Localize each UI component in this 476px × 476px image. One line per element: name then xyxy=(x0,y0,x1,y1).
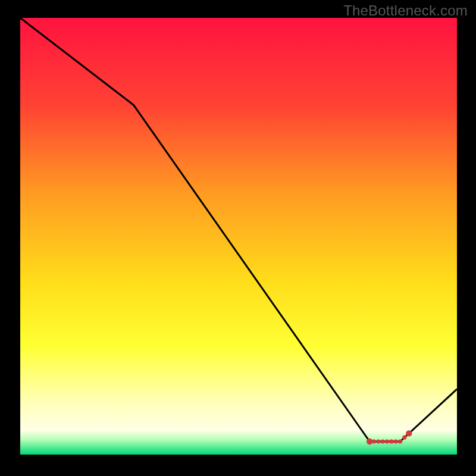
marker-dot xyxy=(406,430,412,436)
chart-container: TheBottleneck.com xyxy=(0,0,476,476)
marker-dot xyxy=(394,439,398,443)
marker-dot xyxy=(398,439,402,443)
marker-dot xyxy=(367,439,372,444)
marker-dot xyxy=(402,436,406,440)
bottleneck-chart xyxy=(0,0,476,476)
marker-dot xyxy=(381,439,385,443)
marker-dot xyxy=(372,439,376,443)
marker-dot xyxy=(376,439,380,443)
marker-dot xyxy=(385,439,389,443)
chart-gradient-bg xyxy=(20,18,457,455)
watermark-text: TheBottleneck.com xyxy=(343,2,468,19)
marker-dot xyxy=(389,439,393,443)
